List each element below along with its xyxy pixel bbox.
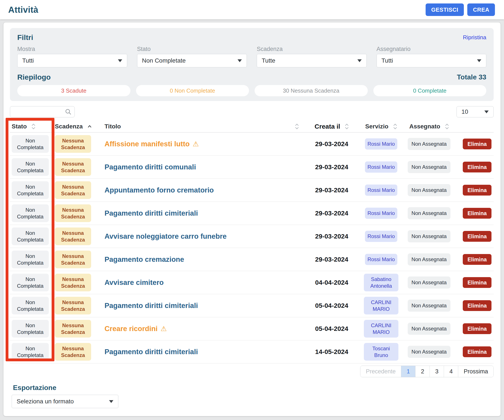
delete-button[interactable]: Elimina bbox=[463, 254, 492, 265]
pagination-page-4[interactable]: 4 bbox=[444, 366, 458, 377]
sort-icon[interactable] bbox=[345, 124, 349, 129]
due-date-badge: Nessuna Scadenza bbox=[55, 158, 91, 176]
status-badge: Non Completata bbox=[12, 297, 49, 314]
table-body: Non Completata Nessuna Scadenza Affissio… bbox=[10, 132, 494, 363]
task-title-link[interactable]: Affissione manifesti lutto bbox=[104, 140, 190, 148]
summary-badge-scadute: 3 Scadute bbox=[17, 85, 130, 96]
due-date-badge: Nessuna Scadenza bbox=[55, 297, 91, 314]
filter-mostra-select[interactable]: Tutti bbox=[17, 54, 127, 67]
task-title-link[interactable]: Pagamento diritti cimiteriali bbox=[104, 302, 198, 310]
filters-grid: Mostra Tutti Stato Non Completate Scaden… bbox=[17, 46, 486, 67]
table-row: Non Completata Nessuna Scadenza Pagament… bbox=[10, 202, 494, 225]
task-title-link[interactable]: Avvisare cimitero bbox=[104, 278, 164, 287]
sort-icon[interactable] bbox=[295, 124, 299, 129]
page-title: Attività bbox=[8, 5, 38, 15]
task-title-link[interactable]: Pagamento cremazione bbox=[104, 255, 184, 264]
due-date-badge: Nessuna Scadenza bbox=[55, 343, 91, 361]
filter-label: Scadenza bbox=[257, 46, 367, 52]
pagination: Precedente 1234Prossima bbox=[360, 366, 494, 377]
page-size-select[interactable]: 10 bbox=[456, 106, 494, 117]
gestisci-button[interactable]: GESTISCI bbox=[426, 3, 464, 16]
column-header-creata-il[interactable]: Creata il bbox=[305, 123, 359, 130]
summary-badge-completate: 0 Completate bbox=[373, 85, 486, 96]
pagination-page-3[interactable]: 3 bbox=[430, 366, 444, 377]
assigned-badge: Non Assegnata bbox=[408, 346, 451, 358]
search-icon bbox=[65, 109, 72, 115]
summary-title: Riepilogo bbox=[17, 73, 51, 81]
task-title-link[interactable]: Pagamento diritti cimiteriali bbox=[104, 348, 198, 356]
due-date-badge: Nessuna Scadenza bbox=[55, 181, 91, 199]
delete-button[interactable]: Elimina bbox=[463, 300, 492, 311]
column-header-stato[interactable]: Stato bbox=[10, 123, 55, 130]
assigned-badge: Non Assegnata bbox=[408, 277, 451, 288]
column-header-titolo[interactable]: Titolo bbox=[101, 123, 305, 130]
filter-assegnatario-select[interactable]: Tutti bbox=[377, 54, 486, 67]
task-title-link[interactable]: Avvisare noleggiatore carro funebre bbox=[104, 232, 227, 240]
chevron-down-icon bbox=[484, 111, 489, 113]
pagination-next[interactable]: Prossima bbox=[458, 366, 493, 377]
delete-button[interactable]: Elimina bbox=[463, 162, 492, 172]
filter-field-scadenza: Scadenza Tutte bbox=[257, 46, 367, 67]
table-header: Stato Scadenza Titolo Creata il bbox=[10, 120, 494, 132]
due-date-badge: Nessuna Scadenza bbox=[55, 274, 91, 291]
delete-button[interactable]: Elimina bbox=[463, 139, 492, 149]
created-date: 05-04-2024 bbox=[305, 325, 359, 332]
crea-button[interactable]: CREA bbox=[467, 3, 495, 16]
created-date: 29-03-2024 bbox=[305, 186, 359, 194]
column-header-scadenza[interactable]: Scadenza bbox=[55, 123, 101, 130]
table-row: Non Completata Nessuna Scadenza Avvisare… bbox=[10, 225, 494, 248]
service-badge[interactable]: Toscani Bruno bbox=[364, 343, 398, 361]
export-format-select[interactable]: Seleziona un formato bbox=[12, 395, 118, 408]
status-badge: Non Completata bbox=[12, 251, 49, 268]
chevron-down-icon bbox=[109, 400, 113, 403]
column-header-assegnato[interactable]: Assegnato bbox=[403, 123, 455, 130]
service-badge[interactable]: Rossi Mario bbox=[365, 208, 397, 219]
service-badge[interactable]: Sabatino Antonella bbox=[364, 274, 398, 291]
table-row: Non Completata Nessuna Scadenza Pagament… bbox=[10, 248, 494, 271]
table-row: Non Completata Nessuna Scadenza Avvisare… bbox=[10, 271, 494, 294]
sort-icon[interactable] bbox=[393, 124, 397, 129]
due-date-badge: Nessuna Scadenza bbox=[55, 320, 91, 337]
filter-label: Assegnatario bbox=[377, 46, 486, 52]
status-badge: Non Completata bbox=[12, 274, 49, 291]
pagination-page-1[interactable]: 1 bbox=[401, 366, 415, 377]
service-badge[interactable]: Rossi Mario bbox=[365, 254, 397, 265]
chevron-down-icon bbox=[118, 59, 122, 62]
delete-button[interactable]: Elimina bbox=[463, 208, 492, 219]
search-input[interactable] bbox=[14, 109, 65, 115]
pagination-page-2[interactable]: 2 bbox=[415, 366, 430, 377]
due-date-badge: Nessuna Scadenza bbox=[55, 135, 91, 153]
delete-button[interactable]: Elimina bbox=[463, 231, 492, 242]
task-title-link[interactable]: Creare ricordini bbox=[104, 325, 158, 333]
service-badge[interactable]: Rossi Mario bbox=[365, 138, 397, 149]
service-badge[interactable]: Rossi Mario bbox=[365, 184, 397, 195]
delete-button[interactable]: Elimina bbox=[463, 323, 492, 334]
service-badge[interactable]: Rossi Mario bbox=[365, 161, 397, 172]
due-date-badge: Nessuna Scadenza bbox=[55, 251, 91, 268]
status-badge: Non Completata bbox=[12, 343, 49, 361]
filter-field-stato: Stato Non Completate bbox=[137, 46, 247, 67]
task-title-link[interactable]: Appuntamento forno crematorio bbox=[104, 186, 214, 194]
search-box bbox=[10, 106, 75, 117]
filters-title: Filtri bbox=[17, 33, 33, 42]
summary-badge-nessuna-scadenza: 30 Nessuna Scadenza bbox=[255, 85, 368, 96]
warning-icon: ⚠ bbox=[161, 325, 167, 333]
sort-asc-icon[interactable] bbox=[87, 125, 92, 128]
reset-filters-link[interactable]: Ripristina bbox=[463, 34, 486, 41]
delete-button[interactable]: Elimina bbox=[463, 277, 492, 288]
service-badge[interactable]: Rossi Mario bbox=[365, 231, 397, 242]
service-badge[interactable]: CARLINI MARIO bbox=[364, 297, 398, 314]
column-header-servizio[interactable]: Servizio bbox=[359, 123, 403, 130]
pagination-previous[interactable]: Precedente bbox=[360, 366, 401, 377]
task-title-link[interactable]: Pagamento diritti cimiteriali bbox=[104, 209, 198, 217]
sort-icon[interactable] bbox=[31, 124, 36, 129]
sort-icon[interactable] bbox=[445, 124, 449, 129]
task-title-link[interactable]: Pagamento diritti comunali bbox=[104, 163, 196, 171]
delete-button[interactable]: Elimina bbox=[463, 185, 492, 195]
filter-field-mostra: Mostra Tutti bbox=[17, 46, 127, 67]
service-badge[interactable]: CARLINI MARIO bbox=[364, 320, 398, 337]
delete-button[interactable]: Elimina bbox=[463, 346, 492, 357]
filter-scadenza-select[interactable]: Tutte bbox=[257, 54, 367, 67]
created-date: 14-05-2024 bbox=[305, 348, 359, 355]
filter-stato-select[interactable]: Non Completate bbox=[137, 54, 247, 67]
